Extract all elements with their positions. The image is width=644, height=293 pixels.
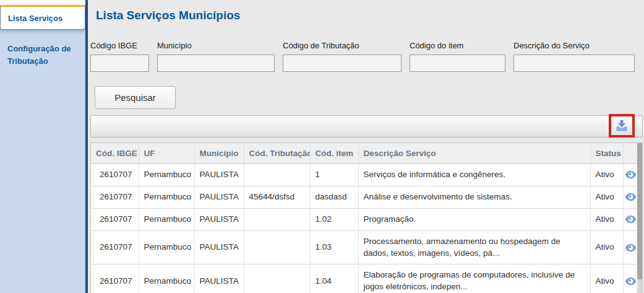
cell-descricao: Programação.: [358, 208, 590, 230]
col-header-status: Status: [590, 143, 623, 164]
col-header-descricao: Descrição Serviço: [358, 143, 590, 164]
table-row: 2610707PernambucoPAULISTA1.03Processamen…: [91, 230, 638, 265]
filter-field-codigo-tributacao: Código de Tributação: [283, 41, 401, 72]
cell-uf: Pernambuco: [139, 164, 194, 186]
cell-cod-item: 1.02: [310, 208, 358, 230]
cell-cod-tributacao: [244, 208, 310, 230]
filter-field-codigo-item: Código do item: [410, 41, 505, 72]
cell-uf: Pernambuco: [139, 230, 194, 265]
cell-cod-item: 1: [310, 164, 358, 186]
cell-uf: Pernambuco: [139, 208, 194, 230]
cell-municipio: PAULISTA: [194, 230, 244, 265]
cell-cod-tributacao: [244, 265, 310, 293]
col-header-cod-tributacao: Cód. Tributação: [244, 143, 310, 164]
cell-view: [623, 164, 638, 186]
table-row: 2610707PernambucoPAULISTA1Serviços de in…: [91, 164, 638, 186]
cell-municipio: PAULISTA: [194, 208, 244, 230]
cell-cod-ibge: 2610707: [91, 230, 139, 265]
cell-status: Ativo: [590, 230, 623, 265]
cell-cod-ibge: 2610707: [91, 186, 139, 208]
cell-view: [623, 230, 638, 265]
cell-view: [623, 208, 638, 230]
cell-cod-ibge: 2610707: [91, 265, 139, 293]
sidebar-item-label: Lista Serviços: [8, 14, 62, 23]
filter-bar: Código IBGE Município Código de Tributaç…: [90, 41, 643, 72]
cell-cod-ibge: 2610707: [91, 208, 139, 230]
cell-cod-tributacao: [244, 230, 310, 265]
col-header-municipio: Município: [194, 143, 244, 164]
cell-cod-tributacao: 45644/dsfsd: [244, 186, 310, 208]
cell-cod-tributacao: [244, 164, 310, 186]
filter-field-descricao-servico: Descrição do Serviço: [513, 41, 635, 72]
cell-view: [623, 186, 638, 208]
cell-status: Ativo: [590, 186, 623, 208]
codigo-ibge-input[interactable]: [90, 55, 149, 72]
sidebar-item-configuracao-tributacao[interactable]: Configuração de Tributação: [0, 30, 85, 67]
app-window: Lista Serviços Configuração de Tributaçã…: [0, 0, 644, 293]
sidebar-top-strip: [0, 0, 85, 5]
col-header-cod-ibge: Cód. IBGE: [91, 143, 139, 164]
table-row: 2610707PernambucoPAULISTA1.04Elaboração …: [91, 265, 638, 293]
download-button[interactable]: [615, 120, 629, 132]
eye-icon[interactable]: [625, 170, 637, 179]
sidebar-item-label: Configuração de Tributação: [7, 44, 71, 66]
descricao-servico-input[interactable]: [513, 55, 635, 72]
page-title: Lista Serviços Municípios: [96, 9, 643, 22]
services-table: Cód. IBGE UF Município Cód. Tributação C…: [90, 142, 643, 293]
cell-cod-item: 1.03: [310, 230, 358, 265]
cell-cod-item: dasdasd: [310, 186, 358, 208]
cell-cod-ibge: 2610707: [91, 164, 139, 186]
cell-descricao: Análise e desenvolvimento de sistemas.: [358, 186, 590, 208]
cell-status: Ativo: [590, 164, 623, 186]
main-content: Lista Serviços Municípios Código IBGE Mu…: [88, 0, 644, 293]
cell-municipio: PAULISTA: [194, 186, 244, 208]
table-header-row: Cód. IBGE UF Município Cód. Tributação C…: [91, 143, 638, 164]
cell-uf: Pernambuco: [139, 265, 194, 293]
filter-field-codigo-ibge: Código IBGE: [90, 41, 149, 72]
cell-municipio: PAULISTA: [194, 265, 244, 293]
col-header-actions: [623, 143, 638, 164]
filter-label: Código de Tributação: [283, 41, 401, 50]
table-row: 2610707PernambucoPAULISTA45644/dsfsddasd…: [91, 186, 638, 208]
eye-icon[interactable]: [625, 277, 637, 286]
table-row: 2610707PernambucoPAULISTA1.02Programação…: [91, 208, 638, 230]
col-header-cod-item: Cód. item: [310, 143, 358, 164]
scrollbar-thumb[interactable]: [637, 143, 642, 279]
cell-descricao: Elaboração de programas de computadores,…: [358, 265, 590, 293]
cell-view: [623, 265, 638, 293]
filter-field-municipio: Município: [157, 41, 275, 72]
cell-cod-item: 1.04: [310, 265, 358, 293]
codigo-tributacao-input[interactable]: [283, 55, 401, 72]
eye-icon[interactable]: [625, 215, 637, 224]
cell-status: Ativo: [590, 265, 623, 293]
search-button[interactable]: Pesquisar: [95, 86, 176, 109]
eye-icon[interactable]: [625, 193, 637, 201]
cell-descricao: Processamento, armazenamento ou hospedag…: [358, 230, 590, 265]
table-scrollbar[interactable]: [637, 143, 642, 293]
cell-municipio: PAULISTA: [194, 164, 244, 186]
download-highlight-box: [609, 114, 635, 138]
municipio-input[interactable]: [157, 55, 275, 72]
cell-status: Ativo: [590, 208, 623, 230]
col-header-uf: UF: [139, 143, 194, 164]
filter-label: Código do item: [410, 41, 505, 50]
sidebar-item-lista-servicos[interactable]: Lista Serviços: [0, 5, 85, 30]
codigo-item-input[interactable]: [410, 55, 505, 72]
filter-label: Município: [157, 41, 275, 50]
filter-label: Código IBGE: [90, 41, 149, 50]
sidebar: Lista Serviços Configuração de Tributaçã…: [0, 0, 88, 293]
filter-label: Descrição do Serviço: [513, 41, 635, 50]
cell-uf: Pernambuco: [139, 186, 194, 208]
cell-descricao: Serviços de informática e congêneres.: [358, 164, 590, 186]
toolbar: [90, 115, 643, 138]
eye-icon[interactable]: [625, 243, 637, 252]
download-tray-icon: [615, 120, 629, 132]
